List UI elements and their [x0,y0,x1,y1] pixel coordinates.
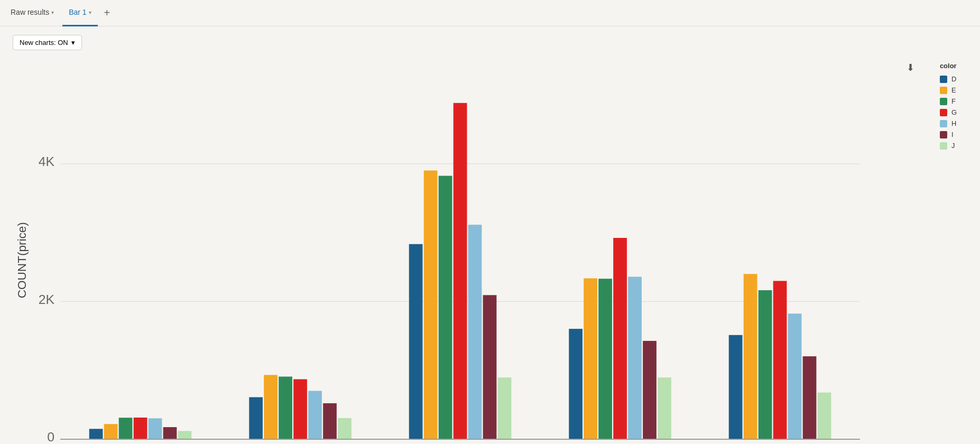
tab-add-button[interactable]: + [100,0,115,26]
bar-Fair-E[interactable] [104,424,118,439]
bar-Premium-J[interactable] [658,377,671,439]
y-tick-label-4000: 4K [39,154,55,169]
bar-Premium-G[interactable] [613,238,627,439]
tab-bar: Raw results ▾ Bar 1 ▾ + [0,0,980,26]
chart-area: New charts: ON ▾ ⬇ color DEFGHIJ 02K4KCO… [0,26,980,444]
chart-container: ⬇ color DEFGHIJ 02K4KCOUNT(price)FairGoo… [13,57,967,444]
bar-Good-I[interactable] [323,403,337,439]
new-charts-chevron: ▾ [71,39,75,47]
bar-Ideal-F[interactable] [439,176,452,439]
new-charts-label: New charts: ON [20,39,68,47]
bar-Ideal-J[interactable] [498,377,512,439]
y-axis-label: COUNT(price) [15,222,29,298]
chart-svg: 02K4KCOUNT(price)FairGoodIdealPremiumVer… [13,57,967,444]
chart-svg-wrapper: 02K4KCOUNT(price)FairGoodIdealPremiumVer… [13,57,967,444]
bar-Fair-F[interactable] [119,418,133,439]
bar-Fair-H[interactable] [149,418,162,439]
bar-Ideal-G[interactable] [454,103,467,439]
bar-Good-D[interactable] [249,397,263,439]
bar-Fair-G[interactable] [134,418,147,439]
toolbar: New charts: ON ▾ [13,35,967,50]
bar-Good-H[interactable] [308,391,322,439]
bar-Premium-H[interactable] [628,277,642,439]
bar-Good-F[interactable] [279,377,292,439]
bar-Very Good-F[interactable] [759,290,772,439]
bar-Fair-D[interactable] [89,429,103,439]
bar-Good-E[interactable] [264,375,278,439]
tab-raw-results-label: Raw results [11,8,49,16]
bar-Fair-I[interactable] [163,427,177,439]
bar-Very Good-E[interactable] [744,274,757,439]
tab-bar1-label: Bar 1 [69,8,86,16]
bar-Premium-D[interactable] [569,329,583,439]
bar-Very Good-G[interactable] [773,281,787,439]
bar-Ideal-I[interactable] [483,295,497,439]
tab-raw-results-chevron[interactable]: ▾ [51,10,54,15]
y-tick-label-0: 0 [47,430,54,444]
bar-Ideal-H[interactable] [468,225,482,439]
bar-Premium-F[interactable] [598,279,612,439]
bar-Ideal-E[interactable] [424,171,438,439]
bar-Premium-I[interactable] [643,341,657,439]
y-tick-label-2000: 2K [39,292,55,307]
tab-bar1-chevron[interactable]: ▾ [89,10,91,15]
bar-Good-G[interactable] [293,379,307,439]
bar-Very Good-H[interactable] [788,313,802,439]
new-charts-button[interactable]: New charts: ON ▾ [13,35,82,50]
bar-Very Good-D[interactable] [729,335,743,439]
bar-Fair-J[interactable] [178,431,192,439]
bar-Good-J[interactable] [338,418,352,439]
bar-Very Good-I[interactable] [803,356,817,439]
bar-Premium-E[interactable] [584,279,597,439]
tab-raw-results[interactable]: Raw results ▾ [4,0,60,26]
tab-bar1[interactable]: Bar 1 ▾ [62,0,97,26]
bar-Very Good-J[interactable] [818,393,831,439]
bar-Ideal-D[interactable] [409,244,423,439]
